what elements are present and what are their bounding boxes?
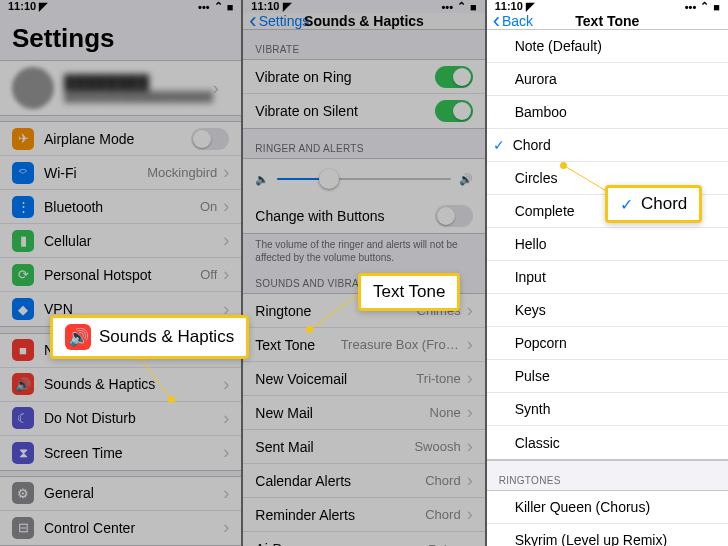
ringtone-label: Skyrim (Level up Remix) xyxy=(515,532,716,546)
cell-value: Treasure Box (From "Zelda Breath… xyxy=(341,337,461,352)
airplane-mode-icon: ✈ xyxy=(12,128,34,150)
nav-bar: Back Text Tone xyxy=(487,13,728,30)
callout-sounds-haptics: 🔊 Sounds & Haptics xyxy=(50,315,249,359)
cell-value: Off xyxy=(200,267,217,282)
tone-cell[interactable]: Note (Default) xyxy=(487,30,728,63)
toggle[interactable] xyxy=(435,66,473,88)
sounds-icon: 🔊 xyxy=(65,324,91,350)
settings-cell[interactable]: ⟳Personal HotspotOff xyxy=(0,258,241,292)
cell-label: Screen Time xyxy=(44,445,223,461)
settings-cell[interactable]: ⊟Control Center xyxy=(0,511,241,545)
tone-label: Note (Default) xyxy=(515,38,716,54)
sound-pattern-cell[interactable]: Text ToneTreasure Box (From "Zelda Breat… xyxy=(243,328,484,362)
section-header-ringtones: RINGTONES xyxy=(487,460,728,490)
section-header-vibrate: VIBRATE xyxy=(243,30,484,59)
screen-time-icon: ⧗ xyxy=(12,442,34,464)
tone-cell[interactable]: Popcorn xyxy=(487,327,728,360)
callout-chord: ✓ Chord xyxy=(605,185,702,223)
callout-text-tone: Text Tone xyxy=(358,273,460,311)
status-bar: 11:10 ◤ •••⌃■ xyxy=(487,0,728,13)
tone-label: Input xyxy=(515,269,716,285)
nav-bar: Settings Sounds & Haptics xyxy=(243,13,484,30)
back-button[interactable]: Settings xyxy=(243,13,309,29)
section-footer: The volume of the ringer and alerts will… xyxy=(243,234,484,264)
bluetooth-icon: ⋮ xyxy=(12,196,34,218)
settings-cell[interactable]: ✈Airplane Mode xyxy=(0,122,241,156)
sound-pattern-cell[interactable]: New MailNone xyxy=(243,396,484,430)
cell-value: Tri-tone xyxy=(416,371,460,386)
tone-label: Aurora xyxy=(515,71,716,87)
volume-high-icon: 🔊 xyxy=(459,173,473,186)
apple-id-cell[interactable]: ████████ █████████████████████ xyxy=(0,61,241,115)
tone-label: Chord xyxy=(513,137,716,153)
tone-label: Popcorn xyxy=(515,335,716,351)
cell-label: Sent Mail xyxy=(255,439,414,455)
status-bar: 11:10 ◤ •••⌃■ xyxy=(243,0,484,13)
tone-cell[interactable]: Input xyxy=(487,261,728,294)
ringtone-cell[interactable]: Killer Queen (Chorus) xyxy=(487,491,728,524)
avatar xyxy=(12,67,54,109)
section-header-ringer: RINGER AND ALERTS xyxy=(243,129,484,158)
settings-cell[interactable]: ☾Do Not Disturb xyxy=(0,402,241,436)
change-with-buttons-cell[interactable]: Change with Buttons xyxy=(243,199,484,233)
cellular-icon: ▮ xyxy=(12,230,34,252)
cell-label: AirDrop xyxy=(255,541,428,546)
vpn-icon: ◆ xyxy=(12,298,34,320)
wi-fi-icon: ⌔ xyxy=(12,162,34,184)
settings-cell[interactable]: ⚙General xyxy=(0,477,241,511)
cell-label: Wi-Fi xyxy=(44,165,147,181)
settings-cell[interactable]: 🔊Sounds & Haptics xyxy=(0,368,241,402)
tone-cell[interactable]: Hello xyxy=(487,228,728,261)
cell-label: General xyxy=(44,485,223,501)
tone-cell[interactable]: ✓Chord xyxy=(487,129,728,162)
tone-label: Classic xyxy=(515,435,716,451)
sound-pattern-cell[interactable]: AirDropPulse xyxy=(243,532,484,546)
settings-cell[interactable]: ▮Cellular xyxy=(0,224,241,258)
tone-cell[interactable]: Bamboo xyxy=(487,96,728,129)
page-title: Settings xyxy=(0,13,241,60)
change-with-buttons-toggle[interactable] xyxy=(435,205,473,227)
cell-value: Chord xyxy=(425,507,460,522)
ringtone-cell[interactable]: Skyrim (Level up Remix) xyxy=(487,524,728,546)
sounds-&-haptics-icon: 🔊 xyxy=(12,373,34,395)
check-icon: ✓ xyxy=(620,195,633,214)
tone-cell[interactable]: Synth xyxy=(487,393,728,426)
vibrate-cell[interactable]: Vibrate on Ring xyxy=(243,60,484,94)
ringtone-label: Killer Queen (Chorus) xyxy=(515,499,716,515)
sound-pattern-cell[interactable]: Reminder AlertsChord xyxy=(243,498,484,532)
cell-label: Personal Hotspot xyxy=(44,267,200,283)
back-button[interactable]: Back xyxy=(487,13,533,29)
tone-cell[interactable]: Keys xyxy=(487,294,728,327)
sound-pattern-cell[interactable]: Sent MailSwoosh xyxy=(243,430,484,464)
cell-label: Vibrate on Silent xyxy=(255,103,434,119)
vibrate-cell[interactable]: Vibrate on Silent xyxy=(243,94,484,128)
cell-label: New Mail xyxy=(255,405,429,421)
sound-pattern-cell[interactable]: Calendar AlertsChord xyxy=(243,464,484,498)
cell-label: Vibrate on Ring xyxy=(255,69,434,85)
cell-label: Sounds & Haptics xyxy=(44,376,223,392)
cell-label: Airplane Mode xyxy=(44,131,191,147)
check-icon: ✓ xyxy=(493,137,509,153)
do-not-disturb-icon: ☾ xyxy=(12,407,34,429)
cell-label: Bluetooth xyxy=(44,199,200,215)
settings-cell[interactable]: ⧗Screen Time xyxy=(0,436,241,470)
settings-cell[interactable]: ⋮BluetoothOn xyxy=(0,190,241,224)
tone-cell[interactable]: Aurora xyxy=(487,63,728,96)
notifications-icon: ■ xyxy=(12,339,34,361)
cell-value: None xyxy=(430,405,461,420)
tone-cell[interactable]: Classic xyxy=(487,426,728,459)
control-center-icon: ⊟ xyxy=(12,517,34,539)
text-tone-panel: 11:10 ◤ •••⌃■ Back Text Tone Note (Defau… xyxy=(487,0,728,546)
cell-value: On xyxy=(200,199,217,214)
settings-root-panel: 11:10 ◤ •••⌃■ Settings ████████ ████████… xyxy=(0,0,243,546)
sound-pattern-cell[interactable]: New VoicemailTri-tone xyxy=(243,362,484,396)
tone-cell[interactable]: Pulse xyxy=(487,360,728,393)
cell-label: Do Not Disturb xyxy=(44,410,223,426)
ringer-volume-slider[interactable]: 🔈 🔊 xyxy=(243,159,484,199)
cell-value: Swoosh xyxy=(414,439,460,454)
settings-cell[interactable]: ⌔Wi-FiMockingbird xyxy=(0,156,241,190)
tone-label: Hello xyxy=(515,236,716,252)
toggle[interactable] xyxy=(191,128,229,150)
toggle[interactable] xyxy=(435,100,473,122)
personal-hotspot-icon: ⟳ xyxy=(12,264,34,286)
